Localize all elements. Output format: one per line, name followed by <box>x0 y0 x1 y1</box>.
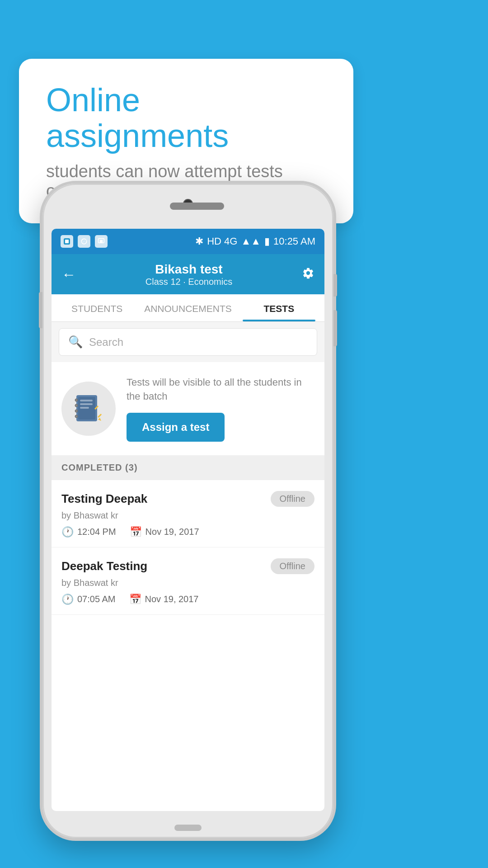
volume-up-button[interactable] <box>333 310 337 346</box>
offline-badge: Offline <box>271 491 314 507</box>
phone-screen: ✱ HD 4G ▲▲ ▮ 10:25 AM ← Bikash test Clas… <box>52 229 324 811</box>
settings-button[interactable] <box>302 267 314 283</box>
back-button[interactable]: ← <box>61 266 76 283</box>
search-container: 🔍 Search <box>52 322 324 362</box>
notebook-icon-circle <box>61 382 116 436</box>
phone-speaker <box>170 203 224 210</box>
svg-rect-7 <box>80 403 93 405</box>
svg-rect-3 <box>100 240 103 243</box>
svg-rect-1 <box>65 240 69 243</box>
status-bar-right: ✱ HD 4G ▲▲ ▮ 10:25 AM <box>195 236 315 247</box>
svg-rect-6 <box>80 400 93 401</box>
power-button[interactable] <box>333 274 337 297</box>
test-item[interactable]: Deepak Testing Offline by Bhaswat kr 🕐 0… <box>52 547 324 615</box>
status-bar-left <box>61 235 108 248</box>
app-bar-center: Bikash test Class 12 · Economics <box>145 262 232 287</box>
test-item-header: Testing Deepak Offline <box>61 491 314 507</box>
test-date: 📅 Nov 19, 2017 <box>130 526 199 538</box>
assign-test-button[interactable]: Assign a test <box>127 413 225 442</box>
test-author: by Bhaswat kr <box>61 510 314 521</box>
search-bar[interactable]: 🔍 Search <box>59 328 317 356</box>
tab-announcements[interactable]: ANNOUNCEMENTS <box>142 294 233 321</box>
test-date-value: Nov 19, 2017 <box>145 594 199 604</box>
test-author: by Bhaswat kr <box>61 578 314 588</box>
test-title: Testing Deepak <box>61 492 147 506</box>
notebook-icon <box>73 393 104 425</box>
offline-badge: Offline <box>271 558 314 574</box>
app-icon-3 <box>95 235 108 248</box>
calendar-icon: 📅 <box>129 594 141 605</box>
search-icon: 🔍 <box>68 335 83 349</box>
svg-rect-15 <box>98 414 102 418</box>
tab-students[interactable]: STUDENTS <box>52 294 142 321</box>
app-icon-2 <box>78 235 90 248</box>
svg-marker-14 <box>98 418 101 421</box>
battery-icon: ▮ <box>264 236 270 247</box>
svg-rect-8 <box>80 407 89 409</box>
network-label: HD 4G <box>207 236 237 247</box>
test-time: 🕐 12:04 PM <box>61 526 116 538</box>
time-label: 10:25 AM <box>273 236 315 247</box>
assign-info-text: Tests will be visible to all the student… <box>127 376 314 404</box>
svg-point-9 <box>75 399 78 401</box>
test-item[interactable]: Testing Deepak Offline by Bhaswat kr 🕐 1… <box>52 480 324 547</box>
tab-tests[interactable]: TESTS <box>234 294 324 321</box>
app-title: Bikash test <box>145 262 232 277</box>
test-meta: 🕐 12:04 PM 📅 Nov 19, 2017 <box>61 526 314 538</box>
test-time-value: 12:04 PM <box>77 527 116 537</box>
app-icon-1 <box>61 235 73 248</box>
test-date-value: Nov 19, 2017 <box>145 527 199 537</box>
calendar-icon: 📅 <box>130 526 142 538</box>
volume-down-button[interactable] <box>39 292 42 328</box>
app-subtitle: Class 12 · Economics <box>145 277 232 287</box>
phone-home-button[interactable] <box>174 825 202 831</box>
test-meta: 🕐 07:05 AM 📅 Nov 19, 2017 <box>61 594 314 605</box>
test-time-value: 07:05 AM <box>77 594 116 604</box>
phone-frame: ✱ HD 4G ▲▲ ▮ 10:25 AM ← Bikash test Clas… <box>40 181 336 841</box>
tabs-container: STUDENTS ANNOUNCEMENTS TESTS <box>52 294 324 322</box>
search-input[interactable]: Search <box>89 336 123 349</box>
test-title: Deepak Testing <box>61 559 147 573</box>
signal-icon: ▲▲ <box>241 236 261 247</box>
assign-info: Tests will be visible to all the student… <box>127 376 314 442</box>
svg-point-10 <box>75 404 78 407</box>
phone-frame-container: ✱ HD 4G ▲▲ ▮ 10:25 AM ← Bikash test Clas… <box>40 181 336 841</box>
bluetooth-icon: ✱ <box>195 236 203 247</box>
completed-section-header: COMPLETED (3) <box>52 455 324 480</box>
assign-section: Tests will be visible to all the student… <box>52 362 324 455</box>
test-item-header: Deepak Testing Offline <box>61 558 314 574</box>
status-bar: ✱ HD 4G ▲▲ ▮ 10:25 AM <box>52 229 324 254</box>
hero-title: Online assignments <box>46 82 326 154</box>
clock-icon: 🕐 <box>61 526 74 538</box>
svg-point-12 <box>75 415 78 418</box>
svg-point-11 <box>75 410 78 412</box>
app-bar: ← Bikash test Class 12 · Economics <box>52 254 324 294</box>
test-time: 🕐 07:05 AM <box>61 594 116 605</box>
clock-icon: 🕐 <box>61 594 74 605</box>
test-date: 📅 Nov 19, 2017 <box>129 594 199 605</box>
